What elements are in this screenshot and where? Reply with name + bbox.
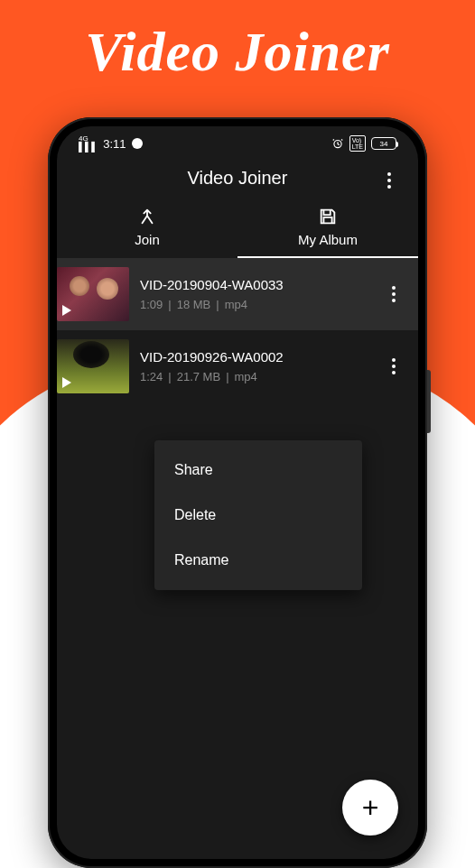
add-button[interactable]: + [342, 780, 398, 836]
app-title: Video Joiner [188, 168, 288, 189]
play-icon [62, 377, 71, 388]
more-vertical-icon [392, 286, 396, 302]
tab-my-album-label: My Album [298, 232, 358, 247]
tab-my-album[interactable]: My Album [238, 198, 418, 258]
list-item[interactable]: VID-20190926-WA0002 1:24 | 21.7 MB | mp4 [57, 330, 418, 402]
battery-icon: 34 [371, 137, 396, 150]
menu-share[interactable]: Share [154, 448, 362, 493]
app-header: Video Joiner [57, 155, 418, 198]
plus-icon: + [362, 793, 379, 822]
video-list: VID-20190904-WA0033 1:09 | 18 MB | mp4 [57, 258, 418, 402]
play-icon [62, 305, 71, 316]
header-more-button[interactable] [378, 170, 400, 191]
video-title: VID-20190926-WA0002 [140, 349, 369, 365]
tab-join-label: Join [135, 232, 160, 247]
phone-frame: 4G ▌▌▌ 3:11 Vo) LTE 34 Video Joiner [48, 117, 427, 868]
chat-icon [132, 138, 143, 149]
tab-join[interactable]: Join [57, 198, 238, 258]
list-item[interactable]: VID-20190904-WA0033 1:09 | 18 MB | mp4 [57, 258, 418, 330]
video-meta: 1:24 | 21.7 MB | mp4 [140, 370, 369, 383]
video-thumbnail [57, 339, 129, 393]
video-meta: 1:09 | 18 MB | mp4 [140, 298, 369, 311]
merge-icon [137, 207, 157, 226]
status-time: 3:11 [103, 137, 126, 151]
status-bar: 4G ▌▌▌ 3:11 Vo) LTE 34 [57, 126, 418, 155]
promo-title: Video Joiner [0, 0, 475, 84]
lte-icon: Vo) LTE [349, 135, 366, 152]
more-vertical-icon [387, 172, 391, 189]
item-more-button[interactable] [380, 348, 407, 384]
alarm-icon [331, 137, 344, 150]
phone-side-button [427, 370, 431, 433]
tab-bar: Join My Album [57, 198, 418, 258]
item-more-button[interactable] [380, 276, 407, 312]
video-title: VID-20190904-WA0033 [140, 277, 369, 292]
save-icon [318, 207, 338, 226]
menu-rename[interactable]: Rename [154, 538, 362, 583]
phone-screen: 4G ▌▌▌ 3:11 Vo) LTE 34 Video Joiner [57, 126, 418, 859]
context-menu: Share Delete Rename [154, 440, 362, 590]
more-vertical-icon [392, 358, 396, 374]
video-thumbnail [57, 267, 129, 321]
menu-delete[interactable]: Delete [154, 493, 362, 538]
signal-icon: 4G ▌▌▌ [79, 135, 98, 152]
